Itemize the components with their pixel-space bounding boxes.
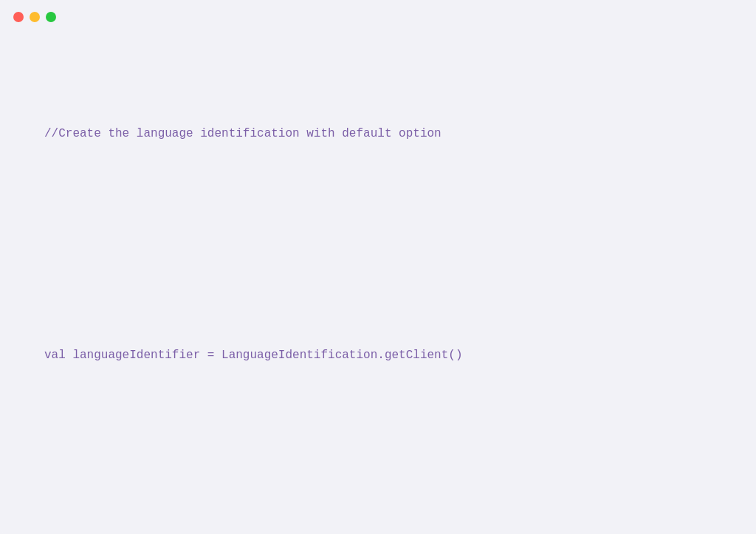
code-line-blank-2 — [44, 448, 756, 485]
code-line-2: val languageIdentifier = LanguageIdentif… — [44, 337, 756, 374]
code-editor: //Create the language identification wit… — [0, 34, 756, 534]
close-button[interactable] — [13, 12, 24, 22]
code-line-1: //Create the language identification wit… — [44, 115, 756, 152]
app-window: //Create the language identification wit… — [0, 0, 756, 534]
minimize-button[interactable] — [30, 12, 40, 22]
maximize-button[interactable] — [46, 12, 56, 22]
code-line-blank-1 — [44, 226, 756, 263]
title-bar — [0, 0, 756, 34]
